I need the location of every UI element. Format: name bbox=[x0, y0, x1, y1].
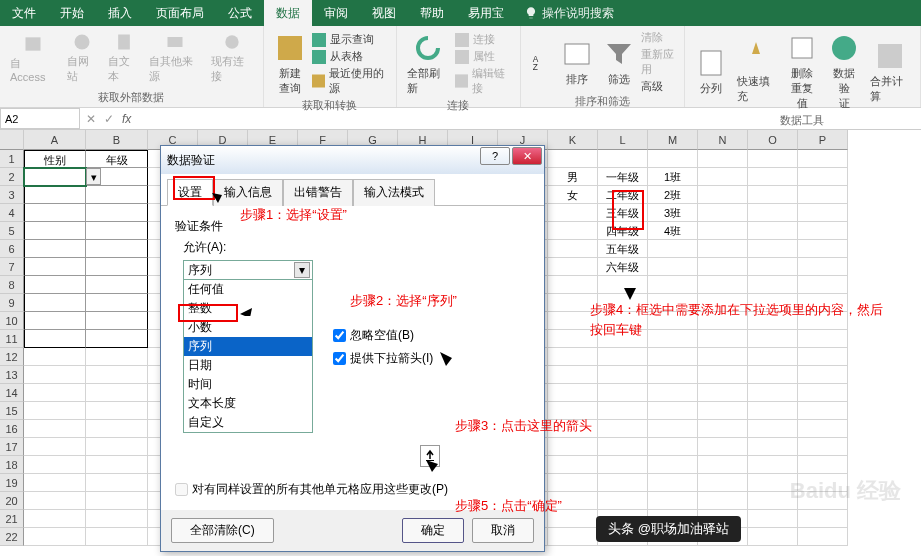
cell-L15[interactable] bbox=[598, 402, 648, 420]
advanced-filter-button[interactable]: 高级 bbox=[641, 79, 678, 94]
tab-home[interactable]: 开始 bbox=[48, 0, 96, 26]
cell-B6[interactable] bbox=[86, 240, 148, 258]
cell-N3[interactable] bbox=[698, 186, 748, 204]
cell-M2[interactable]: 1班 bbox=[648, 168, 698, 186]
cell-A4[interactable] bbox=[24, 204, 86, 222]
cell-P17[interactable] bbox=[798, 438, 848, 456]
cell-B14[interactable] bbox=[86, 384, 148, 402]
row-header-5[interactable]: 5 bbox=[0, 222, 24, 240]
row-header-7[interactable]: 7 bbox=[0, 258, 24, 276]
row-header-15[interactable]: 15 bbox=[0, 402, 24, 420]
cell-N16[interactable] bbox=[698, 420, 748, 438]
cell-A18[interactable] bbox=[24, 456, 86, 474]
cell-B12[interactable] bbox=[86, 348, 148, 366]
cell-A2[interactable]: ▾ bbox=[24, 168, 86, 186]
cell-N8[interactable] bbox=[698, 276, 748, 294]
row-header-17[interactable]: 17 bbox=[0, 438, 24, 456]
cell-B3[interactable] bbox=[86, 186, 148, 204]
cell-M5[interactable]: 4班 bbox=[648, 222, 698, 240]
allow-dropdown-icon[interactable]: ▾ bbox=[294, 262, 310, 278]
cell-B9[interactable] bbox=[86, 294, 148, 312]
cell-P21[interactable] bbox=[798, 510, 848, 528]
cell-A21[interactable] bbox=[24, 510, 86, 528]
row-header-4[interactable]: 4 bbox=[0, 204, 24, 222]
row-header-2[interactable]: 2 bbox=[0, 168, 24, 186]
cell-N19[interactable] bbox=[698, 474, 748, 492]
cell-L17[interactable] bbox=[598, 438, 648, 456]
cell-K18[interactable] bbox=[548, 456, 598, 474]
dialog-titlebar[interactable]: 数据验证 ? ✕ bbox=[161, 146, 544, 174]
dialog-tab-ime[interactable]: 输入法模式 bbox=[353, 179, 435, 206]
show-queries-button[interactable]: 显示查询 bbox=[312, 32, 390, 47]
from-text-button[interactable]: 自文本 bbox=[104, 30, 143, 86]
cell-A20[interactable] bbox=[24, 492, 86, 510]
cell-M13[interactable] bbox=[648, 366, 698, 384]
tab-file[interactable]: 文件 bbox=[0, 0, 48, 26]
cell-O8[interactable] bbox=[748, 276, 798, 294]
ok-button[interactable]: 确定 bbox=[402, 518, 464, 543]
cell-M3[interactable]: 2班 bbox=[648, 186, 698, 204]
cell-P12[interactable] bbox=[798, 348, 848, 366]
cell-N6[interactable] bbox=[698, 240, 748, 258]
cell-A15[interactable] bbox=[24, 402, 86, 420]
cell-K2[interactable]: 男 bbox=[548, 168, 598, 186]
cell-N15[interactable] bbox=[698, 402, 748, 420]
row-header-19[interactable]: 19 bbox=[0, 474, 24, 492]
row-header-11[interactable]: 11 bbox=[0, 330, 24, 348]
row-header-16[interactable]: 16 bbox=[0, 420, 24, 438]
cell-M20[interactable] bbox=[648, 492, 698, 510]
col-header-A[interactable]: A bbox=[24, 130, 86, 150]
cell-B22[interactable] bbox=[86, 528, 148, 546]
cell-A6[interactable] bbox=[24, 240, 86, 258]
incell-dropdown-checkbox[interactable]: 提供下拉箭头(I) bbox=[333, 350, 433, 367]
row-header-13[interactable]: 13 bbox=[0, 366, 24, 384]
cancel-button[interactable]: 取消 bbox=[472, 518, 534, 543]
from-table-button[interactable]: 从表格 bbox=[312, 49, 390, 64]
col-header-B[interactable]: B bbox=[86, 130, 148, 150]
cell-P18[interactable] bbox=[798, 456, 848, 474]
cell-dropdown-icon[interactable]: ▾ bbox=[86, 168, 101, 185]
col-header-O[interactable]: O bbox=[748, 130, 798, 150]
cell-P13[interactable] bbox=[798, 366, 848, 384]
cell-L14[interactable] bbox=[598, 384, 648, 402]
cell-B7[interactable] bbox=[86, 258, 148, 276]
cell-O16[interactable] bbox=[748, 420, 798, 438]
cancel-formula-icon[interactable]: ✕ bbox=[86, 112, 96, 126]
cell-K5[interactable] bbox=[548, 222, 598, 240]
clear-all-button[interactable]: 全部清除(C) bbox=[171, 518, 274, 543]
cell-P5[interactable] bbox=[798, 222, 848, 240]
cell-K6[interactable] bbox=[548, 240, 598, 258]
row-header-22[interactable]: 22 bbox=[0, 528, 24, 546]
tab-view[interactable]: 视图 bbox=[360, 0, 408, 26]
cell-K19[interactable] bbox=[548, 474, 598, 492]
tab-formulas[interactable]: 公式 bbox=[216, 0, 264, 26]
recent-sources-button[interactable]: 最近使用的源 bbox=[312, 66, 390, 96]
cell-O22[interactable] bbox=[748, 528, 798, 546]
cell-A5[interactable] bbox=[24, 222, 86, 240]
cell-K12[interactable] bbox=[548, 348, 598, 366]
consolidate-button[interactable]: 合并计算 bbox=[866, 38, 914, 106]
cell-M12[interactable] bbox=[648, 348, 698, 366]
allow-option-7[interactable]: 自定义 bbox=[184, 413, 312, 432]
cell-K22[interactable] bbox=[548, 528, 598, 546]
cell-P4[interactable] bbox=[798, 204, 848, 222]
cell-P7[interactable] bbox=[798, 258, 848, 276]
cell-L16[interactable] bbox=[598, 420, 648, 438]
cell-O14[interactable] bbox=[748, 384, 798, 402]
data-validation-button[interactable]: 数据验 证 bbox=[824, 30, 864, 113]
cell-P22[interactable] bbox=[798, 528, 848, 546]
cell-B17[interactable] bbox=[86, 438, 148, 456]
sort-button[interactable]: 排序 bbox=[557, 36, 597, 89]
cell-K8[interactable] bbox=[548, 276, 598, 294]
cell-N5[interactable] bbox=[698, 222, 748, 240]
tab-insert[interactable]: 插入 bbox=[96, 0, 144, 26]
clear-filter-button[interactable]: 清除 bbox=[641, 30, 678, 45]
cell-P14[interactable] bbox=[798, 384, 848, 402]
cell-A17[interactable] bbox=[24, 438, 86, 456]
allow-option-0[interactable]: 任何值 bbox=[184, 280, 312, 299]
remove-duplicates-button[interactable]: 删除 重复值 bbox=[782, 30, 822, 113]
cell-K3[interactable]: 女 bbox=[548, 186, 598, 204]
cell-A12[interactable] bbox=[24, 348, 86, 366]
cell-O12[interactable] bbox=[748, 348, 798, 366]
cell-O3[interactable] bbox=[748, 186, 798, 204]
